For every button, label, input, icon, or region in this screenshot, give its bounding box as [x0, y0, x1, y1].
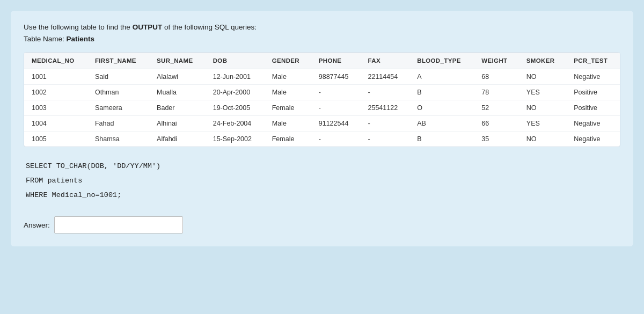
table-cell: 15-Sep-2002: [206, 132, 265, 147]
sql-line3: WHERE Medical_no=1001;: [26, 188, 620, 202]
col-first-name: FIRST_NAME: [87, 53, 149, 69]
table-cell: Positive: [566, 100, 620, 116]
table-cell: 24-Feb-2004: [206, 116, 265, 132]
table-cell: 98877445: [311, 69, 361, 85]
table-cell: Mualla: [149, 85, 206, 100]
table-row: 1001SaidAlalawi12-Jun-2001Male9887744522…: [24, 69, 620, 85]
table-cell: 25541122: [361, 100, 410, 116]
table-cell: Positive: [566, 85, 620, 100]
table-cell: -: [361, 132, 410, 147]
table-cell: Shamsa: [87, 132, 149, 147]
table-cell: NO: [519, 132, 566, 147]
table-cell: O: [409, 100, 474, 116]
table-cell: 1003: [24, 100, 87, 116]
table-cell: Female: [265, 132, 311, 147]
table-cell: Male: [265, 69, 311, 85]
table-cell: 19-Oct-2005: [206, 100, 265, 116]
sql-line2: FROM patients: [26, 173, 620, 188]
table-cell: NO: [519, 69, 566, 85]
answer-label: Answer:: [24, 221, 50, 229]
table-cell: Sameera: [87, 100, 149, 116]
table-cell: 1002: [24, 85, 87, 100]
col-weight: WEIGHT: [474, 53, 518, 69]
patients-table: MEDICAL_NO FIRST_NAME SUR_NAME DOB GENDE…: [24, 53, 620, 147]
table-cell: Said: [87, 69, 149, 85]
table-cell: Othman: [87, 85, 149, 100]
table-name-label: Patients: [67, 35, 95, 43]
instruction-line3: Table Name:: [24, 35, 67, 43]
col-gender: GENDER: [265, 53, 311, 69]
table-cell: -: [361, 85, 410, 100]
table-cell: Female: [265, 100, 311, 116]
table-cell: 22114454: [361, 69, 410, 85]
table-cell: 66: [474, 116, 518, 132]
instructions-text: Use the following table to find the OUTP…: [24, 21, 620, 45]
table-cell: Alalawi: [149, 69, 206, 85]
table-cell: 52: [474, 100, 518, 116]
table-cell: Negative: [566, 132, 620, 147]
table-cell: NO: [519, 100, 566, 116]
table-cell: -: [361, 116, 410, 132]
table-cell: 68: [474, 69, 518, 85]
table-row: 1005ShamsaAlfahdi15-Sep-2002Female--B35N…: [24, 132, 620, 147]
table-cell: Negative: [566, 69, 620, 85]
table-cell: -: [311, 132, 361, 147]
table-cell: Male: [265, 116, 311, 132]
table-cell: 78: [474, 85, 518, 100]
col-medical-no: MEDICAL_NO: [24, 53, 87, 69]
table-cell: Alhinai: [149, 116, 206, 132]
col-dob: DOB: [206, 53, 265, 69]
table-row: 1004FahadAlhinai24-Feb-2004Male91122544-…: [24, 116, 620, 132]
table-cell: 35: [474, 132, 518, 147]
table-cell: 20-Apr-2000: [206, 85, 265, 100]
col-fax: FAX: [361, 53, 410, 69]
sql-block: SELECT TO_CHAR(DOB, 'DD/YY/MM') FROM pat…: [24, 159, 620, 202]
table-cell: 1005: [24, 132, 87, 147]
main-container: Use the following table to find the OUTP…: [11, 11, 633, 246]
table-cell: 91122544: [311, 116, 361, 132]
table-header-row: MEDICAL_NO FIRST_NAME SUR_NAME DOB GENDE…: [24, 53, 620, 69]
table-row: 1002OthmanMualla20-Apr-2000Male--B78YESP…: [24, 85, 620, 100]
col-smoker: SMOKER: [519, 53, 566, 69]
answer-input[interactable]: [54, 216, 183, 233]
answer-section: Answer:: [24, 216, 620, 233]
table-cell: YES: [519, 116, 566, 132]
table-cell: Fahad: [87, 116, 149, 132]
instruction-line2: of the following SQL queries:: [162, 23, 257, 31]
table-cell: -: [311, 85, 361, 100]
table-cell: Negative: [566, 116, 620, 132]
instruction-bold: OUTPUT: [133, 23, 163, 31]
col-pcr-test: PCR_TEST: [566, 53, 620, 69]
table-cell: A: [409, 69, 474, 85]
table-cell: YES: [519, 85, 566, 100]
table-cell: Bader: [149, 100, 206, 116]
table-cell: 1001: [24, 69, 87, 85]
table-cell: 1004: [24, 116, 87, 132]
table-cell: Male: [265, 85, 311, 100]
table-cell: B: [409, 132, 474, 147]
table-cell: 12-Jun-2001: [206, 69, 265, 85]
instruction-line1: Use the following table to find the: [24, 23, 133, 31]
col-blood-type: BLOOD_TYPE: [409, 53, 474, 69]
col-phone: PHONE: [311, 53, 361, 69]
table-cell: AB: [409, 116, 474, 132]
data-table-wrapper: MEDICAL_NO FIRST_NAME SUR_NAME DOB GENDE…: [24, 52, 620, 147]
table-cell: Alfahdi: [149, 132, 206, 147]
col-sur-name: SUR_NAME: [149, 53, 206, 69]
sql-line1: SELECT TO_CHAR(DOB, 'DD/YY/MM'): [26, 159, 620, 173]
table-cell: -: [311, 100, 361, 116]
table-cell: B: [409, 85, 474, 100]
table-row: 1003SameeraBader19-Oct-2005Female-255411…: [24, 100, 620, 116]
